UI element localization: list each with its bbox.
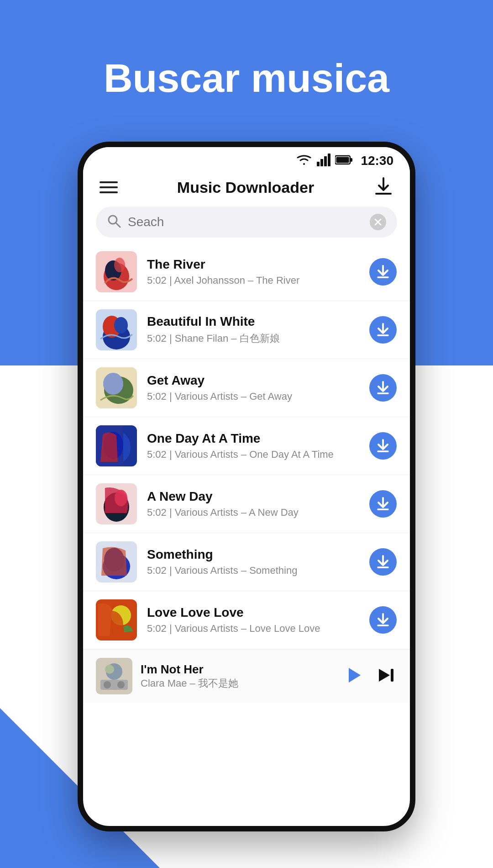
song-info: Beautiful In White 5:02 | Shane Filan – … <box>147 314 359 345</box>
play-button[interactable] <box>341 663 365 689</box>
song-thumbnail <box>96 251 137 292</box>
svg-marker-60 <box>379 669 390 682</box>
svg-point-58 <box>117 681 125 688</box>
download-button[interactable] <box>369 374 397 402</box>
song-info: One Day At A Time 5:02 | Various Artists… <box>147 431 359 460</box>
download-button[interactable] <box>369 490 397 518</box>
song-meta: 5:02 | Various Artists – Love Love Love <box>147 623 359 635</box>
status-icons: 12:30 <box>296 153 393 168</box>
svg-point-26 <box>103 373 123 395</box>
song-title: Get Away <box>147 373 359 388</box>
top-bar: Music Downloader <box>83 172 410 206</box>
song-info: A New Day 5:02 | Various Artists – A New… <box>147 489 359 519</box>
song-item[interactable]: A New Day 5:02 | Various Artists – A New… <box>83 475 410 533</box>
search-bar[interactable] <box>96 206 397 238</box>
svg-point-15 <box>114 258 125 272</box>
song-info: Get Away 5:02 | Various Artists – Get Aw… <box>147 373 359 402</box>
now-playing-artist: Clara Mae – 我不是她 <box>141 677 333 690</box>
song-thumbnail <box>96 367 137 408</box>
search-input[interactable] <box>128 215 363 229</box>
song-item[interactable]: Beautiful In White 5:02 | Shane Filan – … <box>83 301 410 359</box>
svg-line-9 <box>116 223 120 227</box>
hero-title: Buscar musica <box>0 55 493 101</box>
status-time: 12:30 <box>361 153 393 168</box>
skip-next-button[interactable] <box>375 664 397 688</box>
menu-line-2 <box>100 186 118 188</box>
svg-rect-2 <box>324 156 327 166</box>
song-meta: 5:02 | Shane Filan – 白色新娘 <box>147 332 359 345</box>
menu-line-3 <box>100 191 118 193</box>
svg-point-21 <box>114 317 128 333</box>
song-info: Love Love Love 5:02 | Various Artists – … <box>147 605 359 635</box>
song-item[interactable]: Something 5:02 | Various Artists – Somet… <box>83 533 410 591</box>
svg-point-55 <box>105 665 114 674</box>
svg-rect-0 <box>317 162 320 166</box>
svg-rect-1 <box>320 159 323 166</box>
status-bar: 12:30 <box>83 147 410 172</box>
menu-line-1 <box>100 181 118 183</box>
download-button[interactable] <box>369 316 397 344</box>
download-button[interactable] <box>369 548 397 576</box>
song-item[interactable]: One Day At A Time 5:02 | Various Artists… <box>83 417 410 475</box>
svg-point-39 <box>115 490 127 506</box>
song-item[interactable]: The River 5:02 | Axel Johansson – The Ri… <box>83 243 410 301</box>
svg-marker-59 <box>349 668 361 683</box>
now-playing-controls <box>341 663 397 689</box>
song-thumbnail <box>96 425 137 466</box>
download-button[interactable] <box>369 432 397 460</box>
svg-rect-3 <box>328 153 330 166</box>
song-title: Something <box>147 547 359 562</box>
song-meta: 5:02 | Axel Johansson – The River <box>147 275 359 286</box>
signal-icon <box>317 153 330 168</box>
song-title: One Day At A Time <box>147 431 359 446</box>
song-title: Love Love Love <box>147 605 359 620</box>
menu-icon[interactable] <box>100 181 118 193</box>
song-meta: 5:02 | Various Artists – Something <box>147 565 359 577</box>
song-meta: 5:02 | Various Artists – One Day At A Ti… <box>147 449 359 460</box>
svg-rect-61 <box>391 669 393 682</box>
song-thumbnail <box>96 541 137 582</box>
song-list: The River 5:02 | Axel Johansson – The Ri… <box>83 243 410 826</box>
song-info: Something 5:02 | Various Artists – Somet… <box>147 547 359 577</box>
song-meta: 5:02 | Various Artists – A New Day <box>147 507 359 519</box>
song-title: The River <box>147 257 359 272</box>
svg-rect-5 <box>350 158 352 162</box>
song-thumbnail <box>96 599 137 640</box>
phone-frame: 12:30 Music Downloader <box>78 142 415 831</box>
global-download-button[interactable] <box>373 176 393 198</box>
song-info: The River 5:02 | Axel Johansson – The Ri… <box>147 257 359 286</box>
now-playing-info: I'm Not Her Clara Mae – 我不是她 <box>141 662 333 690</box>
song-title: A New Day <box>147 489 359 504</box>
song-thumbnail <box>96 483 137 524</box>
download-button[interactable] <box>369 258 397 286</box>
song-item[interactable]: Get Away 5:02 | Various Artists – Get Aw… <box>83 359 410 417</box>
svg-rect-7 <box>375 193 392 195</box>
download-button[interactable] <box>369 606 397 634</box>
app-title: Music Downloader <box>177 179 314 196</box>
now-playing-title: I'm Not Her <box>141 662 333 677</box>
song-meta: 5:02 | Various Artists – Get Away <box>147 391 359 402</box>
svg-rect-6 <box>336 157 349 163</box>
svg-point-57 <box>104 681 111 688</box>
wifi-icon <box>296 154 312 168</box>
song-item[interactable]: Love Love Love 5:02 | Various Artists – … <box>83 591 410 649</box>
song-title: Beautiful In White <box>147 314 359 329</box>
now-playing-bar[interactable]: I'm Not Her Clara Mae – 我不是她 <box>83 649 410 703</box>
song-thumbnail <box>96 309 137 350</box>
battery-icon <box>335 155 352 167</box>
search-clear-button[interactable] <box>370 214 386 230</box>
now-playing-thumbnail <box>96 658 132 694</box>
search-icon <box>107 214 121 230</box>
